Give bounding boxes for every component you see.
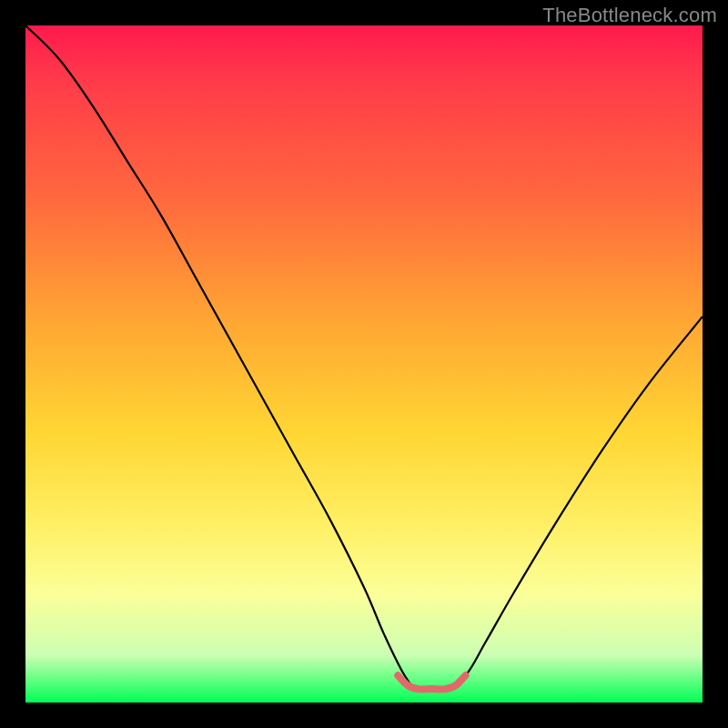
curve-svg [25,25,703,703]
bottleneck-curve-path [25,25,703,691]
plot-area [25,25,703,703]
optimal-marker-path [398,675,465,689]
watermark-text: TheBottleneck.com [542,4,717,27]
bottleneck-chart: TheBottleneck.com [0,0,728,728]
